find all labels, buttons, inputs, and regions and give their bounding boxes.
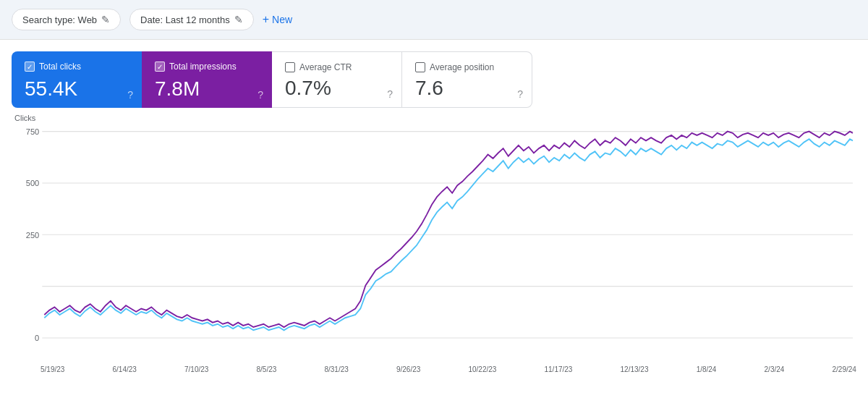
total-clicks-checkbox: ✓ (25, 62, 35, 72)
average-ctr-value: 0.7% (285, 78, 388, 98)
total-clicks-label: Total clicks (39, 62, 81, 72)
x-label-0: 5/19/23 (41, 365, 64, 373)
total-impressions-label-row: ✓ Total impressions (155, 62, 259, 72)
chart-svg: 750 500 250 0 (12, 124, 856, 363)
x-label-6: 10/22/23 (468, 365, 496, 373)
x-label-9: 1/8/24 (697, 365, 717, 373)
average-ctr-label: Average CTR (299, 62, 352, 72)
average-position-value: 7.6 (415, 78, 519, 98)
x-label-1: 6/14/23 (113, 365, 137, 373)
total-clicks-label-row: ✓ Total clicks (25, 62, 129, 72)
average-position-checkbox (415, 62, 425, 72)
date-range-label: Date: Last 12 months (140, 14, 230, 25)
svg-text:750: 750 (26, 127, 39, 136)
total-impressions-value: 7.8M (155, 79, 259, 99)
average-ctr-help-icon[interactable]: ? (387, 88, 393, 100)
x-axis-labels: 5/19/23 6/14/23 7/10/23 8/5/23 8/31/23 9… (12, 363, 856, 373)
average-ctr-checkbox (285, 62, 295, 72)
average-position-help-icon[interactable]: ? (517, 88, 523, 100)
date-range-filter[interactable]: Date: Last 12 months ✎ (129, 9, 254, 30)
metric-card-average-position[interactable]: Average position 7.6 ? (402, 51, 532, 108)
metric-card-average-ctr[interactable]: Average CTR 0.7% ? (272, 51, 402, 108)
metric-card-total-impressions[interactable]: ✓ Total impressions 7.8M ? (142, 51, 272, 108)
x-label-11: 2/29/24 (833, 365, 856, 373)
total-impressions-checkbox: ✓ (155, 62, 165, 72)
x-label-7: 11/17/23 (545, 365, 573, 373)
x-label-10: 2/3/24 (765, 365, 785, 373)
x-label-4: 8/31/23 (324, 365, 348, 373)
average-position-label-row: Average position (415, 62, 519, 72)
top-bar: Search type: Web ✎ Date: Last 12 months … (0, 0, 868, 40)
x-label-3: 8/5/23 (257, 365, 277, 373)
search-type-edit-icon: ✎ (101, 14, 110, 25)
total-clicks-help-icon[interactable]: ? (127, 89, 133, 101)
new-button[interactable]: + New (263, 13, 292, 26)
x-label-8: 12/13/23 (621, 365, 649, 373)
y-axis-label: Clicks (14, 114, 856, 122)
metrics-row: ✓ Total clicks 55.4K ? ✓ Total impressio… (12, 51, 856, 108)
search-type-filter[interactable]: Search type: Web ✎ (12, 9, 121, 30)
x-label-2: 7/10/23 (184, 365, 208, 373)
purple-line (44, 132, 853, 327)
average-position-label: Average position (430, 62, 494, 72)
date-range-edit-icon: ✎ (234, 14, 243, 25)
svg-text:0: 0 (35, 334, 39, 342)
search-type-label: Search type: Web (22, 14, 97, 25)
plus-icon: + (263, 13, 269, 26)
average-ctr-label-row: Average CTR (285, 62, 388, 72)
metric-card-total-clicks[interactable]: ✓ Total clicks 55.4K ? (12, 51, 142, 108)
chart-container: 750 500 250 0 (12, 124, 856, 363)
svg-text:500: 500 (26, 179, 39, 187)
svg-text:250: 250 (26, 230, 39, 239)
chart-area: Clicks 750 500 250 0 5/19/23 6/14/23 7/1… (0, 114, 868, 373)
x-label-5: 9/26/23 (396, 365, 420, 373)
new-label: New (272, 14, 292, 25)
total-impressions-label: Total impressions (169, 62, 237, 72)
total-impressions-help-icon[interactable]: ? (258, 89, 263, 101)
total-clicks-value: 55.4K (25, 79, 129, 99)
